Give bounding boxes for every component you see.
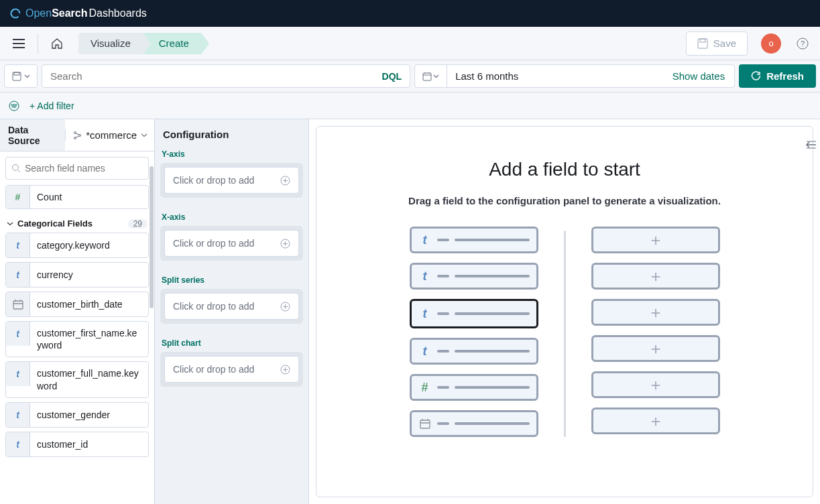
- search-container: DQL: [42, 64, 410, 88]
- search-input[interactable]: [42, 70, 374, 82]
- date-field-icon: [6, 292, 30, 316]
- config-panel: Configuration Y-axisClick or drop to add…: [155, 119, 309, 504]
- collapse-panel-button[interactable]: [805, 141, 816, 149]
- data-source-select[interactable]: *commerce: [65, 129, 154, 141]
- drop-zone[interactable]: Click or drop to add: [160, 226, 303, 261]
- scrollbar[interactable]: [150, 166, 154, 308]
- breadcrumbs: Visualize Create: [78, 33, 201, 54]
- svg-rect-1: [700, 39, 705, 42]
- plus-circle-icon: [280, 176, 290, 186]
- illus-right-col: ＋ ＋ ＋ ＋ ＋ ＋: [591, 227, 720, 434]
- index-pattern-icon: [72, 131, 82, 140]
- field-item[interactable]: tcustomer_first_name.keyword: [5, 321, 149, 357]
- drop-zone[interactable]: Click or drop to add: [160, 163, 303, 198]
- help-button[interactable]: ?: [792, 33, 813, 54]
- refresh-icon: [751, 71, 761, 81]
- config-title: Configuration: [155, 119, 308, 147]
- field-item[interactable]: tcurrency: [5, 262, 149, 288]
- svg-point-11: [13, 165, 19, 171]
- date-field-icon: [418, 417, 432, 430]
- nav-bar: Visualize Create Save o ?: [0, 27, 820, 60]
- drop-zone[interactable]: Click or drop to add: [160, 352, 303, 387]
- text-field-icon: t: [418, 307, 432, 320]
- config-section: Y-axisClick or drop to add: [155, 147, 308, 210]
- divider: [38, 34, 38, 54]
- drop-zone-placeholder: Click or drop to add: [173, 364, 280, 375]
- field-search-input[interactable]: [25, 163, 143, 174]
- add-filter-link[interactable]: + Add filter: [30, 101, 74, 111]
- field-item[interactable]: tcategory.keyword: [5, 233, 149, 258]
- home-button[interactable]: [45, 32, 69, 56]
- brand-logo: OpenSearchDashboards: [9, 7, 147, 19]
- refresh-button[interactable]: Refresh: [739, 64, 816, 88]
- svg-rect-6: [423, 73, 431, 80]
- saved-queries-button[interactable]: [4, 64, 38, 88]
- number-field-icon: #: [418, 381, 432, 394]
- plus-icon: ＋: [648, 374, 664, 395]
- field-item[interactable]: tcustomer_full_name.keyword: [5, 361, 149, 397]
- empty-state-illustration: t t t t # ＋ ＋ ＋ ＋ ＋ ＋: [410, 227, 720, 437]
- categorical-fields-label: Categorical Fields: [17, 218, 124, 229]
- data-source-row: Data Source *commerce: [0, 119, 154, 151]
- field-item-label: customer_full_name.keyword: [30, 362, 148, 397]
- field-item[interactable]: tcustomer_id: [5, 432, 149, 457]
- text-field-icon: t: [418, 233, 432, 247]
- hamburger-icon: [13, 39, 25, 48]
- breadcrumb-visualize[interactable]: Visualize: [78, 33, 143, 54]
- svg-rect-17: [420, 420, 430, 428]
- config-section: Split seriesClick or drop to add: [155, 273, 308, 336]
- show-dates-link[interactable]: Show dates: [663, 70, 734, 82]
- illus-divider: [564, 231, 566, 437]
- date-picker: Last 6 months Show dates: [414, 64, 735, 88]
- save-icon: [697, 38, 708, 49]
- disk-icon: [12, 72, 21, 81]
- home-icon: [51, 38, 63, 50]
- text-field-icon: t: [6, 403, 30, 427]
- user-avatar[interactable]: o: [761, 34, 781, 54]
- svg-rect-0: [698, 39, 707, 48]
- text-field-icon: t: [6, 233, 30, 257]
- field-item-label: customer_first_name.keyword: [30, 322, 148, 357]
- help-icon: ?: [797, 38, 809, 50]
- query-bar: DQL Last 6 months Show dates Refresh: [0, 60, 820, 92]
- config-section-label: X-axis: [160, 212, 303, 222]
- menu-button[interactable]: [7, 32, 31, 56]
- text-field-icon: t: [6, 322, 30, 346]
- date-range-text[interactable]: Last 6 months: [447, 70, 663, 82]
- field-item[interactable]: customer_birth_date: [5, 292, 149, 317]
- svg-rect-5: [14, 72, 19, 75]
- text-field-icon: t: [418, 269, 432, 283]
- dql-toggle[interactable]: DQL: [374, 71, 410, 82]
- chevron-down-icon: [141, 133, 148, 137]
- drop-zone-placeholder: Click or drop to add: [173, 238, 280, 249]
- categorical-fields-header[interactable]: Categorical Fields 29: [0, 214, 154, 233]
- search-icon: [11, 164, 21, 173]
- breadcrumb-create[interactable]: Create: [143, 33, 201, 54]
- text-field-icon: t: [6, 263, 30, 287]
- field-count[interactable]: # Count: [5, 185, 149, 209]
- chevron-down-icon: [24, 74, 30, 78]
- date-quick-button[interactable]: [415, 65, 447, 87]
- plus-circle-icon: [280, 302, 290, 312]
- field-item[interactable]: tcustomer_gender: [5, 402, 149, 428]
- refresh-button-label: Refresh: [766, 70, 804, 82]
- field-item-label: category.keyword: [30, 233, 148, 257]
- field-count-label: Count: [30, 192, 148, 202]
- filter-bar: + Add filter: [0, 92, 820, 119]
- plus-icon: ＋: [648, 338, 664, 359]
- chevron-down-icon: [433, 74, 439, 78]
- plus-icon: ＋: [648, 229, 664, 251]
- plus-icon: ＋: [648, 265, 664, 287]
- svg-rect-12: [13, 301, 23, 309]
- fields-panel: Data Source *commerce # Count Categorica…: [0, 119, 155, 504]
- drop-zone[interactable]: Click or drop to add: [160, 289, 303, 324]
- field-list: tcategory.keywordtcurrencycustomer_birth…: [0, 233, 154, 504]
- save-button[interactable]: Save: [686, 32, 748, 56]
- drop-zone-placeholder: Click or drop to add: [173, 175, 280, 186]
- field-item-label: customer_gender: [30, 403, 148, 427]
- filter-options-button[interactable]: [7, 99, 21, 113]
- drop-zone-placeholder: Click or drop to add: [173, 301, 280, 312]
- config-section-label: Split series: [160, 275, 303, 285]
- config-section-label: Y-axis: [160, 149, 303, 159]
- save-button-label: Save: [713, 38, 736, 49]
